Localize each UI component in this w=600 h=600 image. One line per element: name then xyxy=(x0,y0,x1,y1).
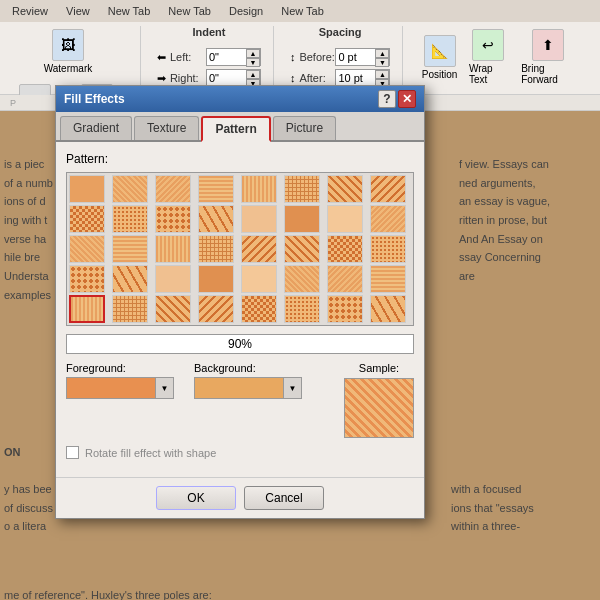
pattern-cell-24[interactable] xyxy=(69,265,105,293)
tab-view[interactable]: View xyxy=(58,3,98,19)
pattern-cell-10[interactable] xyxy=(155,205,191,233)
tab-newtab-3[interactable]: New Tab xyxy=(273,3,332,19)
tab-texture[interactable]: Texture xyxy=(134,116,199,140)
spacing-before-input[interactable]: ▲ ▼ xyxy=(335,48,390,66)
pattern-cell-32[interactable] xyxy=(69,295,105,323)
spacing-before-up[interactable]: ▲ xyxy=(375,49,389,58)
dialog-title: Fill Effects xyxy=(64,92,125,106)
spacing-before-value[interactable] xyxy=(338,51,378,63)
pattern-cell-33[interactable] xyxy=(112,295,148,323)
pattern-cell-18[interactable] xyxy=(155,235,191,263)
pattern-cell-21[interactable] xyxy=(284,235,320,263)
pattern-cell-25[interactable] xyxy=(112,265,148,293)
background-swatch[interactable] xyxy=(194,377,284,399)
background-dropdown[interactable]: ▼ xyxy=(284,377,302,399)
pattern-cell-36[interactable] xyxy=(241,295,277,323)
fill-effects-dialog: Fill Effects ? ✕ Gradient Texture Patter… xyxy=(55,85,425,519)
pattern-cell-6[interactable] xyxy=(327,175,363,203)
pattern-cell-14[interactable] xyxy=(327,205,363,233)
spacing-title: Spacing xyxy=(319,26,362,38)
arrange-buttons: 📐 Position ↩ Wrap Text ⬆ Bring Forward xyxy=(419,26,580,88)
bring-forward-icon: ⬆ xyxy=(532,29,564,61)
foreground-picker: ▼ xyxy=(66,377,174,399)
spacing-after-up[interactable]: ▲ xyxy=(375,70,389,79)
pattern-cell-8[interactable] xyxy=(69,205,105,233)
indent-left-down[interactable]: ▼ xyxy=(246,58,260,67)
tab-newtab-2[interactable]: New Tab xyxy=(160,3,219,19)
background-label: Background: xyxy=(194,362,302,374)
position-button[interactable]: 📐 Position xyxy=(419,32,459,83)
dialog-close-button[interactable]: ✕ xyxy=(398,90,416,108)
pattern-cell-9[interactable] xyxy=(112,205,148,233)
indent-left-value[interactable] xyxy=(209,51,249,63)
pattern-cell-22[interactable] xyxy=(327,235,363,263)
pattern-cell-1[interactable] xyxy=(112,175,148,203)
tab-review[interactable]: Review xyxy=(4,3,56,19)
spacing-inputs: ↕ Before: ▲ ▼ ↕ After: xyxy=(290,48,391,87)
watermark-button[interactable]: 🖼 Watermark xyxy=(39,26,98,77)
tab-picture[interactable]: Picture xyxy=(273,116,336,140)
doc-bottom-right: with a focused ions that "essays within … xyxy=(451,480,596,536)
tab-pattern[interactable]: Pattern xyxy=(201,116,270,142)
indent-right-value[interactable] xyxy=(209,72,249,84)
spacing-before-row: ↕ Before: ▲ ▼ xyxy=(290,48,391,66)
pattern-cell-23[interactable] xyxy=(370,235,406,263)
indent-left-row: ⬅ Left: ▲ ▼ xyxy=(157,48,261,66)
pattern-cell-16[interactable] xyxy=(69,235,105,263)
ok-button[interactable]: OK xyxy=(156,486,236,510)
tab-gradient[interactable]: Gradient xyxy=(60,116,132,140)
pattern-cell-7[interactable] xyxy=(370,175,406,203)
sample-label: Sample: xyxy=(359,362,399,374)
indent-title: Indent xyxy=(192,26,225,38)
pattern-cell-29[interactable] xyxy=(284,265,320,293)
indent-left-input[interactable]: ▲ ▼ xyxy=(206,48,261,66)
percent-display: 90% xyxy=(66,334,414,354)
tab-design[interactable]: Design xyxy=(221,3,271,19)
pattern-cell-2[interactable] xyxy=(155,175,191,203)
pattern-cell-12[interactable] xyxy=(241,205,277,233)
pattern-cell-5[interactable] xyxy=(284,175,320,203)
spacing-after-arrows: ▲ ▼ xyxy=(375,70,389,86)
pattern-cell-34[interactable] xyxy=(155,295,191,323)
pattern-cell-30[interactable] xyxy=(327,265,363,293)
pattern-label: Pattern: xyxy=(66,152,414,166)
pattern-cell-4[interactable] xyxy=(241,175,277,203)
pattern-cell-38[interactable] xyxy=(327,295,363,323)
dialog-tabs: Gradient Texture Pattern Picture xyxy=(56,112,424,142)
bring-forward-button[interactable]: ⬆ Bring Forward xyxy=(516,26,580,88)
pattern-cell-17[interactable] xyxy=(112,235,148,263)
position-label: Position xyxy=(422,69,458,80)
pattern-cell-27[interactable] xyxy=(198,265,234,293)
wrap-text-button[interactable]: ↩ Wrap Text xyxy=(464,26,512,88)
cancel-button[interactable]: Cancel xyxy=(244,486,324,510)
pattern-cell-19[interactable] xyxy=(198,235,234,263)
pattern-cell-26[interactable] xyxy=(155,265,191,293)
pattern-cell-13[interactable] xyxy=(284,205,320,233)
pattern-cell-0[interactable] xyxy=(69,175,105,203)
pattern-cell-11[interactable] xyxy=(198,205,234,233)
pattern-cell-31[interactable] xyxy=(370,265,406,293)
indent-left-up[interactable]: ▲ xyxy=(246,49,260,58)
ruler-marker: P xyxy=(10,98,16,108)
tab-newtab-1[interactable]: New Tab xyxy=(100,3,159,19)
pattern-cell-15[interactable] xyxy=(370,205,406,233)
indent-right-up[interactable]: ▲ xyxy=(246,70,260,79)
pattern-cell-20[interactable] xyxy=(241,235,277,263)
rotate-checkbox[interactable] xyxy=(66,446,79,459)
indent-inputs: ⬅ Left: ▲ ▼ ➡ Right: xyxy=(157,48,261,87)
pattern-grid[interactable] xyxy=(66,172,414,326)
pattern-cell-35[interactable] xyxy=(198,295,234,323)
dialog-titlebar: Fill Effects ? ✕ xyxy=(56,86,424,112)
foreground-swatch[interactable] xyxy=(66,377,156,399)
pattern-cell-3[interactable] xyxy=(198,175,234,203)
dialog-body: Pattern: 90% Foreground: ▼ B xyxy=(56,142,424,477)
ribbon: Review View New Tab New Tab Design New T… xyxy=(0,0,600,95)
dialog-help-button[interactable]: ? xyxy=(378,90,396,108)
pattern-cell-37[interactable] xyxy=(284,295,320,323)
indent-left-label: Left: xyxy=(170,51,202,63)
pattern-cell-28[interactable] xyxy=(241,265,277,293)
spacing-before-down[interactable]: ▼ xyxy=(375,58,389,67)
spacing-after-value[interactable] xyxy=(338,72,378,84)
pattern-cell-39[interactable] xyxy=(370,295,406,323)
foreground-dropdown[interactable]: ▼ xyxy=(156,377,174,399)
